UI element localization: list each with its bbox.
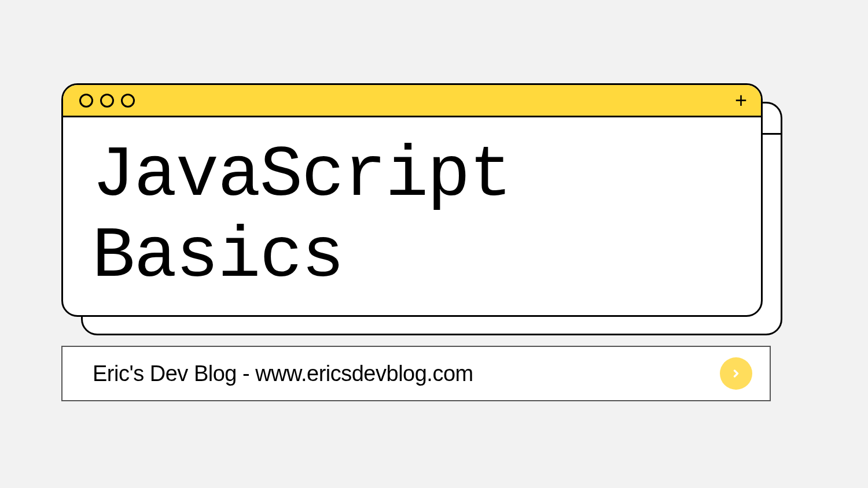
main-window: + JavaScript Basics bbox=[61, 83, 763, 317]
traffic-lights bbox=[79, 94, 135, 108]
address-text: Eric's Dev Blog - www.ericsdevblog.com bbox=[93, 361, 473, 386]
maximize-icon[interactable] bbox=[121, 94, 135, 108]
chevron-right-icon bbox=[730, 368, 742, 379]
minimize-icon[interactable] bbox=[100, 94, 114, 108]
address-bar: Eric's Dev Blog - www.ericsdevblog.com bbox=[61, 346, 771, 401]
plus-icon[interactable]: + bbox=[735, 90, 747, 111]
window-body: JavaScript Basics bbox=[63, 117, 761, 315]
close-icon[interactable] bbox=[79, 94, 93, 108]
page-title: JavaScript Basics bbox=[92, 135, 761, 297]
go-button[interactable] bbox=[720, 357, 752, 390]
window-titlebar: + bbox=[63, 85, 761, 117]
